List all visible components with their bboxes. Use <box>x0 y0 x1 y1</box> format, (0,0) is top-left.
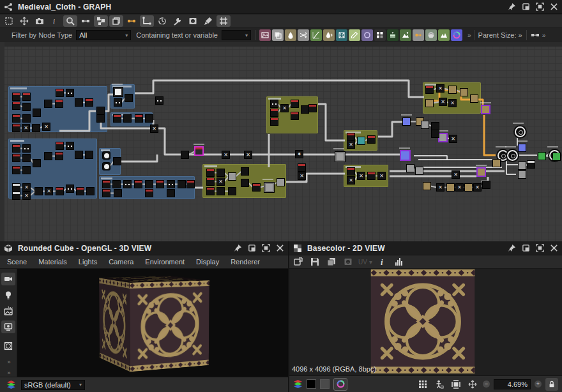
graph-node[interactable] <box>309 105 316 112</box>
graph-node[interactable] <box>271 100 278 107</box>
svg-node-icon[interactable] <box>272 29 284 41</box>
graph-node[interactable] <box>56 89 63 96</box>
graph-node[interactable] <box>103 190 110 197</box>
graph-node[interactable] <box>460 89 467 96</box>
graph-node[interactable] <box>515 126 526 137</box>
graph-node[interactable] <box>347 133 354 140</box>
graph-node[interactable] <box>483 181 490 188</box>
float-window-icon[interactable] <box>522 3 530 11</box>
graph-node[interactable] <box>207 188 214 195</box>
graph-node[interactable] <box>291 112 298 119</box>
graph-node[interactable] <box>452 171 459 178</box>
shuffle-node-icon[interactable] <box>298 29 309 41</box>
graph-node[interactable] <box>151 125 158 132</box>
graph-node[interactable] <box>407 165 414 172</box>
background-black-swatch[interactable] <box>307 379 316 389</box>
graph-node[interactable] <box>358 137 365 144</box>
graph-node[interactable] <box>13 145 20 152</box>
graph-node[interactable] <box>277 179 284 186</box>
graph-node[interactable] <box>437 85 444 92</box>
graph-node[interactable] <box>538 153 545 160</box>
graph-node[interactable] <box>271 118 278 125</box>
graph-node[interactable] <box>553 153 560 160</box>
graph-node[interactable] <box>187 181 194 188</box>
shape-node-icon[interactable] <box>361 29 373 41</box>
graph-node[interactable] <box>368 136 375 143</box>
environment-button[interactable] <box>1 305 15 317</box>
zoom-in-button[interactable]: + <box>535 381 542 388</box>
graph-node[interactable] <box>471 95 478 102</box>
graph-node[interactable] <box>217 178 224 185</box>
close-icon[interactable] <box>550 244 558 252</box>
lock-zoom-button[interactable] <box>545 378 558 391</box>
graph-node[interactable] <box>45 100 52 107</box>
blur-node-icon[interactable] <box>285 29 296 41</box>
copy-image-button[interactable] <box>325 256 338 268</box>
graph-node[interactable] <box>33 124 40 132</box>
menu-scene[interactable]: Scene <box>7 258 27 266</box>
graph-node[interactable] <box>103 152 110 159</box>
graph-node[interactable] <box>13 93 20 100</box>
fit-view-button[interactable] <box>450 379 462 390</box>
maximize-icon[interactable] <box>262 244 270 252</box>
graph-node[interactable] <box>66 142 73 149</box>
graph-node[interactable] <box>264 183 274 192</box>
graph-node[interactable] <box>113 181 120 188</box>
graph-node[interactable] <box>56 142 63 149</box>
graph-node[interactable] <box>146 115 153 122</box>
graph-node[interactable] <box>245 151 252 158</box>
graph-node[interactable] <box>75 151 82 158</box>
graph-node[interactable] <box>401 151 409 160</box>
graph-node[interactable] <box>298 164 305 171</box>
graph-node[interactable] <box>114 99 121 106</box>
graph-node[interactable] <box>178 181 185 188</box>
uv-overlay-dropdown[interactable]: UV▾ <box>358 259 372 266</box>
graph-node[interactable] <box>45 153 52 160</box>
graph-node[interactable] <box>347 141 354 148</box>
graph-node[interactable] <box>146 181 153 188</box>
graph-node[interactable] <box>45 188 52 195</box>
graph-node[interactable] <box>103 181 110 188</box>
graph-node[interactable] <box>301 106 308 113</box>
menu-materials[interactable]: Materials <box>38 258 67 266</box>
pin-icon[interactable] <box>508 244 516 252</box>
sphere-node-icon[interactable] <box>425 29 437 41</box>
timer-icon[interactable] <box>155 15 169 27</box>
graph-node[interactable] <box>167 190 174 197</box>
graph-node[interactable] <box>23 145 30 152</box>
graph-node[interactable] <box>35 188 42 195</box>
menu-display[interactable]: Display <box>196 258 219 266</box>
graph-node[interactable] <box>97 107 104 114</box>
graph-node[interactable] <box>33 109 40 116</box>
view2d-viewport[interactable]: 4096 x 4096 (RGBA, 8bpc) <box>289 269 562 375</box>
graph-node[interactable] <box>465 184 472 191</box>
graph-node[interactable] <box>135 181 142 188</box>
graph-node[interactable] <box>229 188 236 195</box>
graph-node[interactable] <box>493 160 500 167</box>
tile-node-icon[interactable] <box>374 29 386 41</box>
toolbar-overflow[interactable]: » <box>542 32 545 39</box>
graph-node[interactable] <box>13 184 20 191</box>
graph-node[interactable] <box>422 121 429 128</box>
save-image-button[interactable] <box>308 256 321 268</box>
bitmap-node-icon[interactable] <box>259 29 271 41</box>
menu-camera[interactable]: Camera <box>109 258 133 266</box>
graph-node[interactable] <box>13 124 20 132</box>
graph-node[interactable] <box>217 188 224 195</box>
maximize-icon[interactable] <box>536 244 544 252</box>
graph-node[interactable] <box>75 99 82 106</box>
float-window-icon[interactable] <box>248 244 256 252</box>
graph-node[interactable] <box>253 184 260 191</box>
sidebar-overflow[interactable]: » <box>7 359 9 365</box>
graph-node[interactable] <box>124 181 131 188</box>
graph-node[interactable] <box>23 93 30 100</box>
pin-icon[interactable] <box>508 3 516 11</box>
graph-node[interactable] <box>478 169 485 176</box>
dot-link-node-icon[interactable] <box>413 29 424 41</box>
graph-node[interactable] <box>114 115 121 122</box>
tiling-grid-button[interactable] <box>416 379 429 390</box>
graph-node[interactable] <box>358 172 365 179</box>
graph-node[interactable] <box>447 184 454 191</box>
graph-node[interactable] <box>474 184 481 191</box>
graph-node[interactable] <box>23 167 30 174</box>
